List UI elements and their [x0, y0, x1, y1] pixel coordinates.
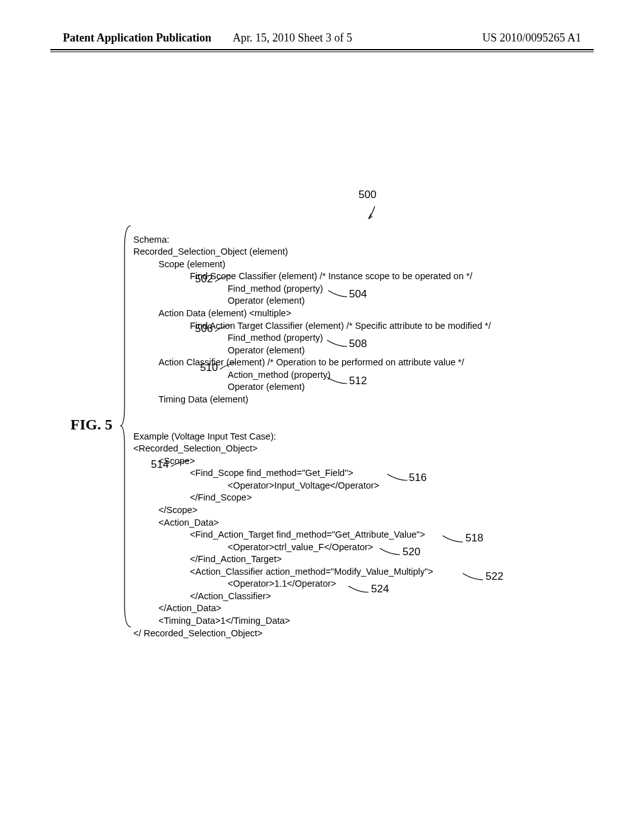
lead-line-icon	[462, 571, 486, 582]
example-x15: <Timing_Data>1</Timing_Data>	[133, 615, 290, 628]
schema-l13: Timing Data (element)	[133, 394, 248, 406]
example-x11: <Action_Classifier action_method="Modify…	[133, 566, 433, 578]
schema-l7: Find Action Target Classifier (element) …	[133, 320, 491, 333]
schema-l3: Find Scope Classifier (element) /* Insta…	[133, 270, 472, 283]
schema-l1: Recorded_Selection_Object (element)	[133, 246, 288, 257]
callout-524: 524	[371, 583, 389, 595]
callout-518: 518	[465, 532, 483, 545]
example-x13: </Action_Classifier>	[133, 590, 271, 603]
example-x4: <Operator>Input_Voltage</Operator>	[133, 480, 379, 492]
example-x12: <Operator>1.1</Operator>	[133, 578, 336, 590]
callout-502: 502	[195, 273, 213, 285]
schema-l6: Action Data (element) <multiple>	[133, 307, 291, 320]
page-header: Patent Application Publication Apr. 15, …	[0, 31, 644, 45]
lead-line-icon	[379, 546, 402, 557]
lead-line-icon	[170, 459, 191, 469]
figure-label: FIG. 5	[70, 416, 113, 433]
example-x14: </Action_Data>	[133, 602, 221, 615]
callout-516: 516	[409, 472, 426, 484]
callout-512: 512	[349, 375, 367, 387]
schema-l12: Operator (element)	[133, 381, 305, 394]
schema-l5: Operator (element)	[133, 295, 305, 307]
example-x10: </Find_Action_Target>	[133, 553, 282, 566]
lead-line-icon	[347, 584, 371, 595]
callout-504: 504	[349, 288, 367, 301]
example-x7: <Action_Data>	[133, 517, 219, 529]
header-left: Patent Application Publication	[63, 31, 211, 45]
code-listing: Schema: Recorded_Selection_Object (eleme…	[133, 221, 491, 639]
example-x6: </Scope>	[133, 504, 197, 517]
curly-brace-icon	[119, 223, 133, 632]
schema-l2: Scope (element)	[133, 258, 225, 271]
example-x1: <Recorded_Selection_Object>	[133, 443, 258, 453]
schema-title: Schema:	[133, 235, 169, 245]
schema-l9: Operator (element)	[133, 345, 305, 357]
example-x5: </Find_Scope>	[133, 492, 252, 504]
header-rule-thin	[50, 52, 594, 52]
lead-line-icon	[326, 338, 350, 349]
callout-510: 510	[200, 362, 218, 374]
lead-line-icon	[327, 288, 350, 299]
callout-506: 506	[195, 323, 213, 335]
lead-line-icon	[219, 362, 238, 372]
header-right: US 2010/0095265 A1	[482, 31, 581, 45]
schema-l10: Action Classifier (element) /* Operation…	[133, 357, 464, 369]
callout-508: 508	[349, 338, 367, 350]
lead-line-icon	[214, 324, 233, 334]
schema-l4: Find_method (property)	[133, 283, 323, 296]
ref-500: 500	[358, 189, 376, 201]
lead-line-icon	[326, 375, 350, 386]
arrow-down-left-icon	[366, 205, 381, 223]
example-title: Example (Voltage Input Test Case):	[133, 431, 276, 441]
lead-line-icon	[214, 274, 233, 284]
callout-522: 522	[486, 570, 503, 583]
header-rule-thick	[50, 49, 594, 50]
callout-514: 514	[151, 458, 169, 471]
lead-line-icon	[386, 472, 410, 483]
example-x16: </ Recorded_Selection_Object>	[133, 628, 263, 638]
lead-line-icon	[441, 533, 465, 545]
header-mid: Apr. 15, 2010 Sheet 3 of 5	[233, 31, 352, 45]
callout-520: 520	[402, 546, 420, 558]
example-x9: <Operator>ctrl_value_F</Operator>	[133, 541, 373, 554]
example-x8: <Find_Action_Target find_method="Get_Att…	[133, 529, 425, 541]
